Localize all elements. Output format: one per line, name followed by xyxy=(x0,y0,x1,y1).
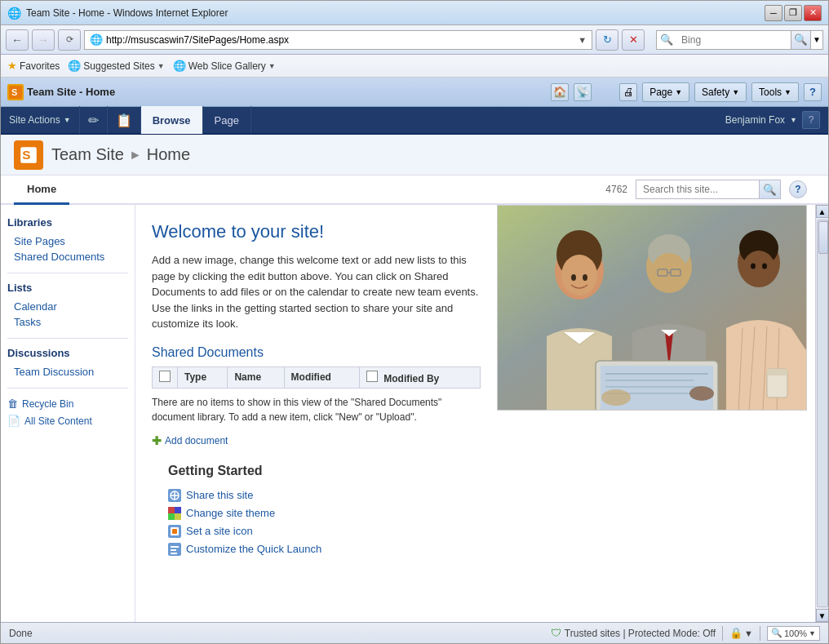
sidebar-item-site-pages[interactable]: Site Pages xyxy=(7,233,128,249)
content-area-wrapper: Libraries Site Pages Shared Documents Li… xyxy=(1,205,828,622)
vertical-scrollbar[interactable]: ▲ ▼ xyxy=(815,205,828,622)
getting-started-title: Getting Started xyxy=(168,464,799,478)
site-actions-button[interactable]: Site Actions ▼ xyxy=(1,106,80,134)
lock-icon: 🔒 xyxy=(729,627,743,639)
sp-ribbon: Site Actions ▼ ✏ 📋 Browse Page Benjamin … xyxy=(1,107,828,135)
page-menu[interactable]: Page ▼ xyxy=(642,82,689,102)
sidebar-item-calendar[interactable]: Calendar xyxy=(7,299,128,314)
minimize-button[interactable]: ─ xyxy=(765,5,782,21)
svg-point-10 xyxy=(583,274,587,281)
rss-button[interactable]: 📡 xyxy=(574,83,592,101)
scroll-track[interactable] xyxy=(817,220,828,607)
stop-button[interactable]: ✕ xyxy=(622,29,645,51)
sidebar-item-tasks[interactable]: Tasks xyxy=(7,314,128,330)
sp-help-button[interactable]: ? xyxy=(802,111,820,129)
check-in-button[interactable]: 📋 xyxy=(108,106,141,134)
site-search-input[interactable] xyxy=(636,182,759,197)
svg-rect-40 xyxy=(168,507,175,513)
share-this-site-link[interactable]: Share this site xyxy=(168,486,799,504)
close-button[interactable]: ✕ xyxy=(804,5,822,21)
address-input[interactable] xyxy=(106,34,574,46)
user-dropdown-icon[interactable]: ▼ xyxy=(790,116,797,124)
status-bar: Done 🛡 Trusted sites | Protected Mode: O… xyxy=(1,622,828,643)
zoom-level: 100% xyxy=(784,628,807,638)
header-checkbox[interactable] xyxy=(159,371,171,382)
star-icon: ★ xyxy=(7,60,17,72)
scroll-up-button[interactable]: ▲ xyxy=(816,205,829,218)
browser-search-input[interactable] xyxy=(676,33,791,47)
forward-button[interactable]: → xyxy=(32,29,55,51)
sidebar: Libraries Site Pages Shared Documents Li… xyxy=(1,205,135,622)
sp-nav-tabs: Home 4762 🔍 ? xyxy=(1,175,828,205)
customize-quick-launch-link[interactable]: Customize the Quick Launch xyxy=(168,540,799,558)
sidebar-item-team-discussion[interactable]: Team Discussion xyxy=(7,364,128,380)
home-tab[interactable]: Home xyxy=(14,175,69,205)
add-document-icon: ✚ xyxy=(152,434,162,447)
address-bar[interactable]: 🌐 ▼ xyxy=(84,30,592,50)
tools-menu[interactable]: Tools ▼ xyxy=(751,82,799,102)
user-name: Benjamin Fox xyxy=(725,114,785,126)
status-divider xyxy=(722,626,723,641)
scroll-thumb[interactable] xyxy=(818,221,828,254)
col-modified-by: Modified By xyxy=(359,366,480,388)
zoom-control[interactable]: 🔍 100% ▼ xyxy=(767,626,820,641)
modified-by-checkbox[interactable] xyxy=(366,371,378,382)
page-name: Home xyxy=(147,145,190,164)
favorites-label: Favorites xyxy=(20,60,60,72)
shared-documents-title: Shared Documents xyxy=(152,345,481,360)
site-icon-icon xyxy=(168,525,181,538)
page-label: Page xyxy=(649,87,672,98)
site-search-button[interactable]: 🔍 xyxy=(759,180,780,198)
add-document-link[interactable]: ✚ Add document xyxy=(152,434,481,447)
home-button[interactable]: 🏠 xyxy=(551,83,569,101)
safety-menu[interactable]: Safety ▼ xyxy=(694,82,747,102)
suggested-sites-label: Suggested Sites xyxy=(83,60,154,72)
svg-point-8 xyxy=(561,255,597,295)
browse-tab[interactable]: Browse xyxy=(141,106,203,134)
scroll-down-button[interactable]: ▼ xyxy=(816,609,829,622)
safety-dropdown-icon: ▼ xyxy=(732,88,739,96)
back-button[interactable]: ← xyxy=(6,29,29,51)
search-dropdown[interactable]: ▼ xyxy=(810,31,822,49)
go-button[interactable]: ↻ xyxy=(596,29,618,51)
rss-dropdown[interactable] xyxy=(596,83,614,101)
page-dropdown-icon: ▼ xyxy=(675,88,682,96)
browser-search-button[interactable]: 🔍 xyxy=(791,31,810,49)
web-slice-gallery-item[interactable]: 🌐 Web Slice Gallery ▼ xyxy=(173,60,276,72)
svg-rect-42 xyxy=(168,513,175,520)
sidebar-divider-2 xyxy=(7,338,128,339)
sharepoint-favicon: S xyxy=(7,84,24,100)
favorites-bar: ★ Favorites 🌐 Suggested Sites ▼ 🌐 Web Sl… xyxy=(1,55,828,78)
print-button[interactable]: 🖨 xyxy=(619,83,637,101)
site-search-box[interactable]: 🔍 xyxy=(636,180,781,199)
browser-search-box[interactable]: 🔍 🔍 ▼ xyxy=(656,30,823,50)
breadcrumb: Team Site ► Home xyxy=(51,145,190,164)
sp-page-help-button[interactable]: ? xyxy=(789,180,807,198)
security-zone: 🛡 Trusted sites | Protected Mode: Off xyxy=(551,627,716,639)
sidebar-item-all-site-content[interactable]: 📄 All Site Content xyxy=(7,412,128,429)
svg-rect-35 xyxy=(767,369,787,375)
window-title: Team Site - Home - Windows Internet Expl… xyxy=(26,7,228,19)
address-arrow: ▼ xyxy=(578,35,587,45)
svg-text:S: S xyxy=(11,87,17,97)
suggested-sites-item[interactable]: 🌐 Suggested Sites ▼ xyxy=(68,60,164,72)
set-site-icon-link[interactable]: Set a site icon xyxy=(168,522,799,540)
sidebar-item-recycle-bin[interactable]: 🗑 Recycle Bin xyxy=(7,395,128,412)
zoom-dropdown-icon[interactable]: ▼ xyxy=(809,629,816,637)
sidebar-item-shared-documents[interactable]: Shared Documents xyxy=(7,249,128,264)
edit-page-button[interactable]: ✏ xyxy=(80,106,108,134)
refresh-button[interactable]: ⟳ xyxy=(58,29,81,51)
change-site-theme-link[interactable]: Change site theme xyxy=(168,504,799,522)
favorites-button[interactable]: ★ Favorites xyxy=(7,60,60,72)
welcome-title: Welcome to your site! xyxy=(152,221,481,242)
breadcrumb-separator: ► xyxy=(129,148,142,162)
help-button[interactable]: ? xyxy=(804,83,822,101)
safety-label: Safety xyxy=(702,87,729,98)
col-checkbox[interactable] xyxy=(153,366,178,388)
tools-dropdown-icon: ▼ xyxy=(784,88,791,96)
restore-button[interactable]: ❐ xyxy=(784,5,802,21)
site-name: Team Site xyxy=(51,145,124,164)
page-tab[interactable]: Page xyxy=(203,106,251,134)
status-text: Done xyxy=(9,628,33,639)
content-left: Welcome to your site! Add a new image, c… xyxy=(152,205,481,447)
